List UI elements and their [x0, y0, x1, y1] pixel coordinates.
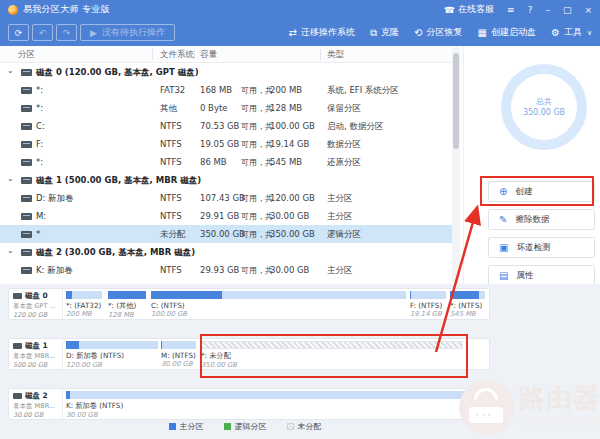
properties-button[interactable]: ▤ 属性: [488, 265, 595, 286]
clone-icon: ⧉: [370, 27, 377, 39]
partition-icon: [21, 159, 32, 166]
help-icon[interactable]: ?: [528, 5, 533, 15]
create-button[interactable]: ⊕ 创建: [488, 181, 595, 202]
minimize-button[interactable]: –: [545, 5, 550, 15]
tools-menu-button[interactable]: ⚙ 工具 ∨: [551, 26, 592, 39]
disk-icon: [21, 249, 32, 256]
partition-type: 主分区: [327, 265, 353, 277]
online-service-label: 在线客服: [458, 3, 494, 16]
disk-group-row[interactable]: ⌄ 磁盘 0 (120.00 GB, 基本盘, GPT 磁盘): [0, 63, 453, 81]
erase-data-button[interactable]: ✎ 擦除数据: [488, 209, 595, 230]
undo-button[interactable]: ↶: [32, 24, 53, 41]
partition-recovery-button[interactable]: ⟲ 分区恢复: [414, 26, 462, 39]
partition-block[interactable]: M: (NTFS) 30.00 GB: [161, 341, 196, 368]
app-window: 易我分区大师 专业版 ☎ 在线客服 ≡ ? – □ × ⟳ ↶ ↷ ▶ 没有待执…: [0, 0, 600, 439]
bootable-disk-button[interactable]: ▦ 创建启动盘: [477, 26, 535, 39]
partition-block[interactable]: K: 新加卷 (NTFS) 30.00 GB: [66, 391, 485, 418]
usage-bar: [108, 291, 146, 299]
capacity-free: 168 MB: [200, 85, 232, 95]
partition-name: D: 新加卷: [36, 193, 74, 205]
table-row[interactable]: D: 新加卷 NTFS 107.43 GB 可用，共 120.00 GB 主分区: [0, 189, 453, 207]
capacity-sep: 可用，共: [241, 121, 273, 132]
column-type[interactable]: 类型: [327, 49, 344, 61]
table-row[interactable]: F: NTFS 19.05 GB 可用，共 19.14 GB 数据分区: [0, 135, 453, 153]
clone-label: 克隆: [381, 26, 399, 39]
unallocated-block[interactable]: *: 未分配 350.00 GB: [201, 341, 463, 368]
disk-label[interactable]: 磁盘 1 基本盘 MBR... 500.00 GB: [9, 339, 63, 369]
maximize-button[interactable]: □: [563, 5, 572, 15]
partition-icon: [21, 213, 32, 220]
disk-label[interactable]: 磁盘 2 基本盘 MBR... 30.00 GB: [9, 389, 63, 419]
partition-type: 主分区: [327, 193, 353, 205]
legend-unallocated: 未分配: [298, 421, 322, 432]
tools-label: 工具: [564, 26, 582, 39]
router-logo-icon: [459, 380, 514, 435]
partition-label: F: (NTFS): [410, 301, 446, 310]
disk-icon: [21, 177, 32, 184]
capacity-free: 107.43 GB: [200, 193, 245, 203]
partition-size: 19.14 GB: [410, 310, 446, 318]
disk-size: 120.00 GB: [13, 311, 62, 319]
partition-type: 系统, EFI 系统分区: [327, 85, 399, 97]
usage-bar: [66, 291, 102, 299]
migrate-os-button[interactable]: ⇄ 迁移操作系统: [289, 26, 355, 39]
capacity-total: 200 MB: [270, 85, 302, 95]
logical-swatch: [224, 423, 231, 430]
clone-button[interactable]: ⧉ 克隆: [370, 26, 399, 39]
capacity-total: 19.14 GB: [270, 139, 309, 149]
disk-group-row[interactable]: ⌄ 磁盘 1 (500.00 GB, 基本盘, MBR 磁盘): [0, 171, 453, 189]
partition-block[interactable]: *: (FAT32) 200 MB: [66, 291, 102, 318]
capacity-total: 120.00 GB: [270, 193, 315, 203]
partition-block[interactable]: F: (NTFS) 19.14 GB: [410, 291, 446, 318]
table-row[interactable]: K: 新加卷 NTFS 29.93 GB 可用，共 30.00 GB 主分区: [0, 261, 453, 279]
file-system: 未分配: [160, 229, 186, 241]
menu-icon[interactable]: ≡: [507, 5, 515, 15]
disk-icon: [21, 69, 32, 76]
table-row[interactable]: *: NTFS 86 MB 可用，共 545 MB 还原分区: [0, 153, 453, 171]
close-button[interactable]: ×: [584, 5, 592, 15]
partition-icon: [21, 87, 32, 94]
collapse-caret-icon: ⌄: [7, 66, 14, 75]
usage-bar: [450, 291, 485, 299]
table-row[interactable]: *: 其他 0 Byte 可用，共 128 MB 保留分区: [0, 99, 453, 117]
table-row[interactable]: M: NTFS 29.91 GB 可用，共 30.00 GB 主分区: [0, 207, 453, 225]
unallocated-bar: [201, 341, 463, 349]
surface-test-button[interactable]: ▣ 坏道检测: [488, 237, 595, 258]
disk-bus: 基本盘 MBR...: [13, 402, 62, 411]
properties-icon: ▤: [499, 270, 508, 281]
partition-size: 545 MB: [450, 310, 485, 318]
erase-data-icon: ✎: [499, 214, 507, 225]
partition-label: M: (NTFS): [161, 351, 196, 360]
disk-name: 磁盘 0: [25, 291, 48, 301]
redo-button[interactable]: ↷: [56, 24, 77, 41]
partition-icon: [21, 141, 32, 148]
partition-icon: [21, 123, 32, 130]
partition-block[interactable]: C: (NTFS) 100.00 GB: [151, 291, 406, 318]
table-row[interactable]: *: FAT32 168 MB 可用，共 200 MB 系统, EFI 系统分区: [0, 81, 453, 99]
capacity-total: 545 MB: [270, 157, 302, 167]
table-scrollbar[interactable]: [452, 47, 460, 284]
table-row-selected[interactable]: * 未分配 350.00 GB 可用，共 350.00 GB 逻辑分区: [0, 225, 453, 243]
disk-group-row[interactable]: ⌄ 磁盘 2 (30.00 GB, 基本盘, MBR 磁盘): [0, 243, 453, 261]
table-row[interactable]: C: NTFS 70.53 GB 可用，共 100.00 GB 启动, 数据分区: [0, 117, 453, 135]
refresh-button[interactable]: ⟳: [8, 24, 29, 41]
partition-recovery-label: 分区恢复: [426, 26, 462, 39]
partition-block[interactable]: D: 新加卷 (NTFS) 120.00 GB: [66, 341, 158, 368]
partition-type: 还原分区: [327, 157, 361, 169]
capacity-sep: 可用，共: [241, 211, 273, 222]
disk-label[interactable]: 磁盘 0 基本盘 GPT ... 120.00 GB: [9, 289, 63, 319]
column-capacity[interactable]: 容量: [200, 49, 217, 61]
partition-block[interactable]: *: (NTFS) 545 MB: [450, 291, 485, 318]
legend-logical: 逻辑分区: [235, 421, 267, 432]
partition-size: 128 MB: [108, 311, 146, 318]
online-service-button[interactable]: ☎ 在线客服: [444, 3, 494, 16]
partition-size: 30.00 GB: [66, 411, 485, 418]
app-title: 易我分区大师 专业版: [23, 3, 110, 16]
partition-name: *:: [36, 103, 43, 113]
partition-block[interactable]: *: (其他) 128 MB: [108, 291, 146, 318]
usage-bar: [161, 341, 196, 349]
column-filesystem[interactable]: 文件系统: [160, 49, 194, 61]
scrollbar-thumb[interactable]: [453, 53, 459, 149]
pending-operations-button[interactable]: ▶ 没有待执行操作: [80, 24, 175, 41]
column-partition[interactable]: 分区: [18, 49, 35, 61]
